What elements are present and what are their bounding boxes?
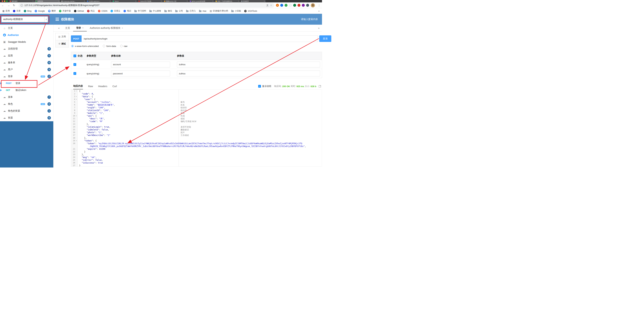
bookmark-item[interactable]: 微信 xyxy=(164,10,172,12)
bookmark-item[interactable]: bBing xyxy=(24,10,32,12)
sidebar-item[interactable]: ☁角色NEW8 xyxy=(0,100,53,108)
response-tab[interactable]: Curl xyxy=(112,85,117,89)
browser-tab[interactable]: 权限模块× xyxy=(35,0,60,2)
extension-icon[interactable] xyxy=(293,4,296,7)
response-tab[interactable]: 响应内容 xyxy=(73,84,83,89)
bookmark-item[interactable]: 101024Tools xyxy=(244,10,257,12)
forward-icon[interactable]: → xyxy=(7,4,10,7)
bookmark-item[interactable]: 什么都有 xyxy=(149,10,161,12)
param-checkbox[interactable]: ✓ xyxy=(74,63,76,66)
tab-close-icon[interactable]: × xyxy=(110,0,110,2)
doc-tab[interactable]: 登录× xyxy=(73,25,87,32)
response-tab[interactable]: Raw xyxy=(88,85,93,89)
tabs-prev-icon[interactable]: « xyxy=(58,26,60,30)
tab-close-icon[interactable]: × xyxy=(187,0,188,2)
body-type-radio[interactable]: form-data xyxy=(103,45,116,48)
tab-close-icon[interactable]: × xyxy=(161,0,162,2)
send-button[interactable]: 发送 xyxy=(319,35,322,42)
minimize-window-button[interactable] xyxy=(4,0,5,2)
bookmark-item[interactable]: 百度 xyxy=(13,10,20,12)
tab-close-icon[interactable]: × xyxy=(84,0,85,2)
extension-icon[interactable] xyxy=(284,4,288,7)
tabs-next-icon[interactable]: » xyxy=(318,26,320,30)
browser-tab[interactable]: 图解MySQL介绍× xyxy=(163,0,189,2)
doc-tab[interactable]: 主页 xyxy=(62,25,73,32)
bookmark-item[interactable]: CCSDN xyxy=(98,10,107,12)
sidebar-api-post[interactable]: POST登录 xyxy=(0,80,53,87)
browser-menu-icon[interactable]: ⋮ xyxy=(318,4,320,7)
sidebar-item[interactable]: ☁角色的资源1 xyxy=(0,108,53,114)
tab-close-icon[interactable]: × xyxy=(58,0,59,2)
bookmark-item[interactable]: GitHub xyxy=(74,10,84,12)
page-info-icon[interactable]: i xyxy=(20,4,23,6)
tab-close-icon[interactable]: × xyxy=(136,0,136,2)
extension-icon[interactable]: G xyxy=(276,4,279,7)
sidebar-item[interactable]: ☁资源6 xyxy=(0,114,53,121)
bookmark-item[interactable]: ▦应用 xyxy=(2,10,10,12)
bookmark-item[interactable]: mac xyxy=(199,10,206,12)
bookmark-item[interactable]: GGoogle xyxy=(35,10,45,12)
bookmark-item[interactable]: 学习资料 xyxy=(134,10,146,12)
fold-icon[interactable]: ▾ xyxy=(76,98,77,101)
translate-icon[interactable]: 文 xyxy=(266,4,268,7)
bookmark-item[interactable]: 公司 xyxy=(175,10,183,12)
sidebar-item[interactable]: ⌂主页 xyxy=(0,25,53,32)
sidebar-item[interactable]: ☁菜单7 xyxy=(0,94,53,100)
extension-icon[interactable] xyxy=(280,4,283,7)
view-tab-调试[interactable]: ⚙调试 xyxy=(56,40,69,47)
extension-icon[interactable] xyxy=(289,4,292,7)
tab-close-icon[interactable]: × xyxy=(32,0,34,2)
doc-tab[interactable]: Authorize-authority-权限模块× xyxy=(87,25,126,32)
sidebar-api-get[interactable]: GET验证token xyxy=(0,87,53,94)
tab-close-icon[interactable]: × xyxy=(238,0,239,2)
browser-tab[interactable]: 12306-captcha-b…× xyxy=(86,0,112,2)
bookmark-item[interactable]: G码云 xyxy=(87,10,95,12)
fold-icon[interactable]: ▾ xyxy=(76,140,77,142)
browser-tab[interactable]: Redis 设计与实现× xyxy=(138,0,163,2)
fold-icon[interactable]: ▾ xyxy=(76,95,77,98)
select-all-checkbox[interactable]: ✓ xyxy=(74,54,76,57)
show-description-checkbox[interactable]: ✓ xyxy=(258,85,261,88)
param-checkbox[interactable]: ✓ xyxy=(74,72,76,75)
request-url-input[interactable] xyxy=(82,35,318,42)
zoom-window-button[interactable] xyxy=(6,0,8,2)
module-select[interactable]: authority-权限模块 ▴▾ xyxy=(2,16,48,22)
address-bar[interactable]: i 127.0.0.1:8760/api/gate/doc.html#/auth… xyxy=(18,3,274,8)
sidebar-item[interactable]: ☁用户9 xyxy=(0,66,53,73)
browser-tab[interactable]: Nacos× xyxy=(112,0,137,2)
view-tab-文档[interactable]: ▤文档 xyxy=(56,33,69,40)
param-name-input[interactable] xyxy=(111,62,170,68)
sidebar-item[interactable]: ☁文档管理3 xyxy=(0,45,53,52)
browser-tab[interactable]: github_push/发布趋势× xyxy=(189,0,214,2)
tab-close-icon[interactable]: × xyxy=(82,26,84,29)
browser-tab[interactable]: 新标签页× xyxy=(240,0,266,2)
browser-tab[interactable]: 服务监控× xyxy=(9,0,34,2)
close-window-button[interactable] xyxy=(2,0,3,2)
avatar[interactable] xyxy=(311,3,315,8)
back-icon[interactable]: ← xyxy=(2,4,4,7)
body-type-radio[interactable]: x-www-form-urlencoded xyxy=(71,45,99,48)
bookmark-item[interactable]: 译翻译 xyxy=(48,10,56,12)
bookmark-item[interactable]: 小目标 xyxy=(231,10,241,12)
tab-close-icon[interactable]: × xyxy=(264,0,265,2)
extension-icon[interactable] xyxy=(302,4,305,7)
fold-icon[interactable]: ▾ xyxy=(76,114,77,117)
sidebar-item[interactable]: ☁登录NEW2 xyxy=(0,73,53,80)
response-editor[interactable]: 1▾{2 "code": 0,3▾ "data": {4▾ "user": {5… xyxy=(71,89,322,167)
browser-tab[interactable]: 休息一下(定时提醒休息)× xyxy=(214,0,240,2)
param-name-input[interactable] xyxy=(111,70,170,76)
bookmark-item[interactable]: 笔记 xyxy=(124,10,131,12)
search-placeholder[interactable]: 请输入搜索内容 xyxy=(301,18,318,21)
param-value-input[interactable] xyxy=(177,62,320,68)
fullscreen-icon[interactable] xyxy=(319,85,321,88)
bookmark-star-icon[interactable]: ☆ xyxy=(270,4,272,6)
reload-icon[interactable]: ↻ xyxy=(13,4,15,7)
extension-icon[interactable] xyxy=(298,4,300,7)
sidebar-item[interactable]: ☁应用5 xyxy=(0,52,53,59)
sidebar-item[interactable]: ☁服务表6 xyxy=(0,59,53,66)
menu-icon[interactable] xyxy=(56,18,59,21)
fold-icon[interactable]: ▾ xyxy=(76,90,77,92)
bookmarks-overflow-icon[interactable]: » xyxy=(318,10,320,12)
body-type-radio[interactable]: raw xyxy=(120,45,128,48)
extension-icon[interactable] xyxy=(306,4,309,7)
